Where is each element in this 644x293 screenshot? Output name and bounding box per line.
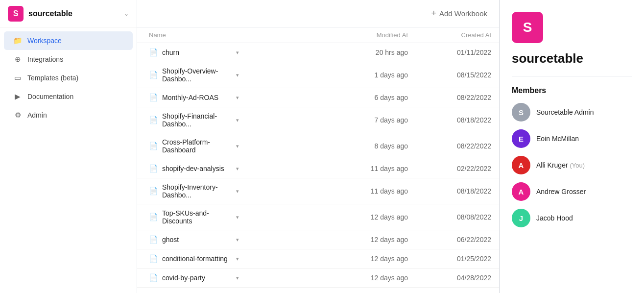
sidebar-item-workspace[interactable]: 📁 Workspace [4, 31, 133, 50]
app-name: sourcetable [28, 9, 72, 18]
row-modified: 12 days ago [336, 230, 416, 249]
row-created: 01/11/2022 [416, 43, 499, 62]
row-modified: 12 days ago [336, 249, 416, 269]
row-name-cell: 📄 covid-by-party ▾ [137, 269, 247, 287]
sidebar-nav: 📁 Workspace ⊕ Integrations ▭ Templates (… [0, 27, 137, 293]
row-name: covid-by-party [162, 274, 232, 282]
row-created: 02/22/2022 [416, 159, 499, 178]
row-name-cell: 📄 Monthly-Ad-ROAS ▾ [137, 88, 247, 107]
row-created: 08/22/2022 [416, 133, 499, 159]
row-modified: 7 days ago [336, 107, 416, 133]
avatar: S [512, 103, 530, 122]
avatar: A [512, 156, 530, 174]
row-dropdown-icon[interactable]: ▾ [236, 256, 239, 262]
row-name: Shopify-Inventory-Dashbo... [162, 183, 232, 199]
member-item: E Eoin McMillan [512, 129, 632, 148]
add-workbook-button[interactable]: + Add Workbook [431, 8, 487, 19]
row-name-cell: 📄 churn ▾ [137, 43, 247, 62]
row-name: churn [162, 49, 232, 56]
divider [512, 76, 632, 76]
member-name: Andrew Grosser [536, 188, 586, 195]
member-item: A Alli Kruger (You) [512, 156, 632, 174]
row-created: 08/22/2022 [416, 88, 499, 107]
sidebar-item-documentation[interactable]: ▶ Documentation [4, 87, 133, 106]
sidebar-item-templates[interactable]: ▭ Templates (beta) [4, 69, 133, 87]
workbook-table: NameModified AtCreated At 📄 churn ▾ 20 h… [137, 27, 499, 288]
row-created: 06/22/2022 [416, 230, 499, 249]
row-name: Shopify-Financial-Dashbo... [162, 112, 232, 128]
member-item: S Sourcetable Admin [512, 103, 632, 122]
table-row[interactable]: 📄 Shopify-Inventory-Dashbo... ▾ 11 days … [137, 178, 499, 204]
row-modified: 8 days ago [336, 133, 416, 159]
member-item: A Andrew Grosser [512, 182, 632, 201]
member-name: Eoin McMillan [536, 135, 579, 143]
table-row[interactable]: 📄 churn ▾ 20 hrs ago 01/11/2022 [137, 43, 499, 62]
workspace-icon: 📁 [13, 36, 23, 45]
plus-icon: + [431, 8, 436, 19]
row-dropdown-icon[interactable]: ▾ [236, 72, 239, 78]
row-dropdown-icon[interactable]: ▾ [236, 188, 239, 195]
col-header-modified-at: Modified At [336, 27, 416, 43]
row-modified: 11 days ago [336, 178, 416, 204]
table-row[interactable]: 📄 ghost ▾ 12 days ago 06/22/2022 [137, 230, 499, 249]
row-dropdown-icon[interactable]: ▾ [236, 49, 239, 56]
table-row[interactable]: 📄 Top-SKUs-and-Discounts ▾ 12 days ago 0… [137, 204, 499, 230]
row-name: conditional-formatting [162, 255, 232, 263]
row-name-cell: 📄 Shopify-Inventory-Dashbo... ▾ [137, 178, 247, 204]
row-modified: 11 days ago [336, 159, 416, 178]
col-header-name: Name [137, 27, 336, 43]
file-icon: 📄 [149, 116, 158, 124]
member-name: Sourcetable Admin [536, 108, 594, 116]
row-name: ghost [162, 236, 232, 244]
table-row[interactable]: 📄 conditional-formatting ▾ 12 days ago 0… [137, 249, 499, 269]
table-row[interactable]: 📄 Cross-Platform-Dashboard ▾ 8 days ago … [137, 133, 499, 159]
templates-icon: ▭ [13, 73, 23, 82]
file-icon: 📄 [149, 235, 158, 244]
row-dropdown-icon[interactable]: ▾ [236, 143, 239, 149]
row-name-cell: 📄 Cross-Platform-Dashboard ▾ [137, 133, 247, 159]
file-icon: 📄 [149, 93, 158, 102]
row-created: 01/25/2022 [416, 249, 499, 269]
file-icon: 📄 [149, 48, 158, 57]
row-dropdown-icon[interactable]: ▾ [236, 117, 239, 123]
file-icon: 📄 [149, 273, 158, 282]
main-content: + Add Workbook NameModified AtCreated At… [137, 0, 500, 293]
row-created: 04/28/2022 [416, 269, 499, 288]
row-dropdown-icon[interactable]: ▾ [236, 166, 239, 172]
members-label: Members [512, 86, 632, 95]
sidebar-item-admin[interactable]: ⚙ Admin [4, 106, 133, 124]
row-name-cell: 📄 conditional-formatting ▾ [137, 249, 247, 268]
table-row[interactable]: 📄 covid-by-party ▾ 12 days ago 04/28/202… [137, 269, 499, 288]
sidebar-item-label: Workspace [27, 37, 62, 45]
avatar: E [512, 129, 530, 148]
member-name: Jacob Hood [536, 214, 573, 222]
row-name: Top-SKUs-and-Discounts [162, 209, 232, 225]
col-header-created-at: Created At [416, 27, 499, 43]
main-header: + Add Workbook [137, 0, 499, 27]
table-body: 📄 churn ▾ 20 hrs ago 01/11/2022 📄 Shopif… [137, 43, 499, 288]
row-dropdown-icon[interactable]: ▾ [236, 237, 239, 243]
member-item: J Jacob Hood [512, 209, 632, 227]
row-name: shopify-dev-analysis [162, 165, 232, 172]
file-icon: 📄 [149, 164, 158, 173]
row-name-cell: 📄 Shopify-Financial-Dashbo... ▾ [137, 107, 247, 133]
row-dropdown-icon[interactable]: ▾ [236, 214, 239, 220]
documentation-icon: ▶ [13, 92, 23, 101]
row-modified: 12 days ago [336, 204, 416, 230]
row-dropdown-icon[interactable]: ▾ [236, 275, 239, 281]
table-row[interactable]: 📄 Shopify-Financial-Dashbo... ▾ 7 days a… [137, 107, 499, 133]
row-created: 08/18/2022 [416, 178, 499, 204]
table-row[interactable]: 📄 Monthly-Ad-ROAS ▾ 6 days ago 08/22/202… [137, 88, 499, 107]
integrations-icon: ⊕ [13, 55, 23, 64]
file-icon: 📄 [149, 254, 158, 263]
row-dropdown-icon[interactable]: ▾ [236, 95, 239, 101]
table-row[interactable]: 📄 Shopify-Overview-Dashbo... ▾ 1 days ag… [137, 62, 499, 88]
sidebar: S sourcetable ⌄ 📁 Workspace ⊕ Integratio… [0, 0, 137, 293]
table-row[interactable]: 📄 shopify-dev-analysis ▾ 11 days ago 02/… [137, 159, 499, 178]
row-created: 08/08/2022 [416, 204, 499, 230]
file-icon: 📄 [149, 71, 158, 79]
chevron-down-icon[interactable]: ⌄ [124, 10, 129, 17]
sidebar-item-integrations[interactable]: ⊕ Integrations [4, 50, 133, 69]
sidebar-item-label: Documentation [27, 93, 73, 100]
file-icon: 📄 [149, 142, 158, 150]
